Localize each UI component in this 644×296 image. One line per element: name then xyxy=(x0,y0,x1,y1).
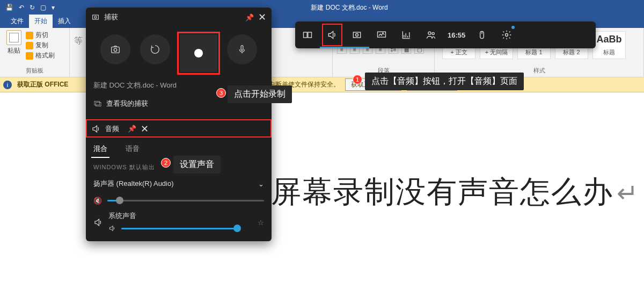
tab-mix[interactable]: 混合 xyxy=(91,141,109,158)
redo-icon[interactable]: ↻ xyxy=(30,4,35,11)
annotation-1: 点击【音频】按钮，打开【音频】页面 xyxy=(365,73,524,90)
svg-rect-14 xyxy=(241,46,243,50)
output-device-name: 扬声器 (Realtek(R) Audio) xyxy=(93,179,174,189)
quick-access-toolbar: 💾 ↶ ↻ ▢ ▾ xyxy=(0,4,55,11)
paste-button[interactable]: 粘贴 xyxy=(4,30,24,55)
chevron-down-icon: ⌄ xyxy=(258,180,264,188)
chart-icon[interactable] xyxy=(394,21,419,48)
audio-icon[interactable] xyxy=(320,21,345,48)
audio-header-icon xyxy=(91,124,101,134)
svg-point-6 xyxy=(432,32,434,34)
svg-rect-0 xyxy=(304,32,308,38)
badge-2: 2 xyxy=(161,158,171,168)
audio-close-icon[interactable]: ✕ xyxy=(141,123,149,135)
mic-toggle-button[interactable] xyxy=(227,34,257,64)
audio-pin-icon[interactable]: 📌 xyxy=(128,125,136,133)
performance-icon[interactable] xyxy=(369,21,394,48)
capture-header-icon xyxy=(91,13,100,21)
format-painter-button[interactable]: 格式刷 xyxy=(26,50,55,61)
cut-button[interactable]: 剪切 xyxy=(26,30,55,40)
svg-point-3 xyxy=(356,34,358,37)
pin-icon[interactable]: 📌 xyxy=(245,13,254,21)
capture-header: 捕获 📌 ✕ xyxy=(86,8,272,27)
volume-icon xyxy=(108,225,116,232)
brush-icon xyxy=(26,52,33,60)
annotation-3: 点击开始录制 xyxy=(228,85,292,103)
tab-file[interactable]: 文件 xyxy=(5,15,29,28)
mute-icon[interactable]: 🔇 xyxy=(93,197,102,205)
xbox-social-icon[interactable] xyxy=(419,21,443,48)
audio-tabs: 混合 语音 xyxy=(86,138,272,158)
style-title[interactable]: AaBb标题 xyxy=(592,31,626,59)
tab-insert[interactable]: 插入 xyxy=(53,15,76,28)
svg-point-11 xyxy=(94,16,97,18)
capture-title: 捕获 xyxy=(104,12,118,22)
tab-voice[interactable]: 语音 xyxy=(123,141,142,158)
copy-icon xyxy=(26,42,33,49)
cut-icon xyxy=(26,32,33,39)
svg-rect-12 xyxy=(112,47,120,53)
svg-rect-16 xyxy=(96,102,101,106)
record-dot-icon xyxy=(194,49,203,57)
badge-1: 1 xyxy=(353,75,362,84)
audio-header[interactable]: 音频 📌 ✕ xyxy=(86,119,272,138)
settings-icon[interactable] xyxy=(494,21,519,48)
tab-home[interactable]: 开始 xyxy=(29,15,53,28)
screenshot-button[interactable] xyxy=(100,34,130,64)
view-captures-label: 查看我的捕获 xyxy=(106,99,148,109)
svg-rect-2 xyxy=(353,32,360,38)
paste-icon xyxy=(6,30,21,45)
new-doc-icon[interactable]: ▢ xyxy=(40,4,46,11)
system-sound-label: 系统声音 xyxy=(108,211,237,221)
mouse-icon[interactable] xyxy=(470,21,494,48)
font-controls-icon[interactable]: 等 xyxy=(74,35,83,47)
audio-title: 音频 xyxy=(105,124,119,134)
copy-button[interactable]: 复制 xyxy=(26,40,55,50)
svg-rect-1 xyxy=(308,32,312,38)
gamebar-panel: 捕获 📌 ✕ 新建 DOC 文档.doc - Word 查看我的捕获 音频 📌 … xyxy=(86,8,272,241)
gamebar-clock: 16:55 xyxy=(448,31,465,39)
qat-dropdown-icon[interactable]: ▾ xyxy=(52,4,55,11)
start-record-button[interactable] xyxy=(180,34,217,72)
svg-point-5 xyxy=(428,32,431,34)
speaker-icon xyxy=(93,218,103,227)
save-icon[interactable]: 💾 xyxy=(5,4,13,11)
output-device-row[interactable]: 扬声器 (Realtek(R) Audio) ⌄ xyxy=(93,176,264,192)
svg-point-9 xyxy=(506,34,508,37)
svg-rect-15 xyxy=(94,101,99,105)
svg-rect-10 xyxy=(93,15,99,19)
annotation-2: 设置声音 xyxy=(173,156,221,174)
undo-icon[interactable]: ↶ xyxy=(19,4,24,11)
warning-heading: 获取正版 OFFICE xyxy=(17,80,68,89)
capture-icon[interactable] xyxy=(345,21,369,48)
info-icon: i xyxy=(3,81,12,89)
output-volume-slider[interactable]: 🔇 xyxy=(93,195,264,206)
close-icon[interactable]: ✕ xyxy=(258,11,266,23)
paragraph-mark-icon: ↵ xyxy=(617,179,639,207)
badge-3: 3 xyxy=(216,88,226,98)
record-last-button[interactable] xyxy=(140,34,170,64)
system-volume-slider[interactable] xyxy=(108,223,237,234)
paste-label: 粘贴 xyxy=(4,46,24,55)
favorite-icon[interactable]: ☆ xyxy=(258,219,264,227)
svg-point-13 xyxy=(114,48,117,52)
gamebar-toolbar: 16:55 xyxy=(295,21,596,48)
widgets-icon[interactable] xyxy=(295,21,320,48)
group-clipboard-label: 剪贴板 xyxy=(4,66,65,75)
